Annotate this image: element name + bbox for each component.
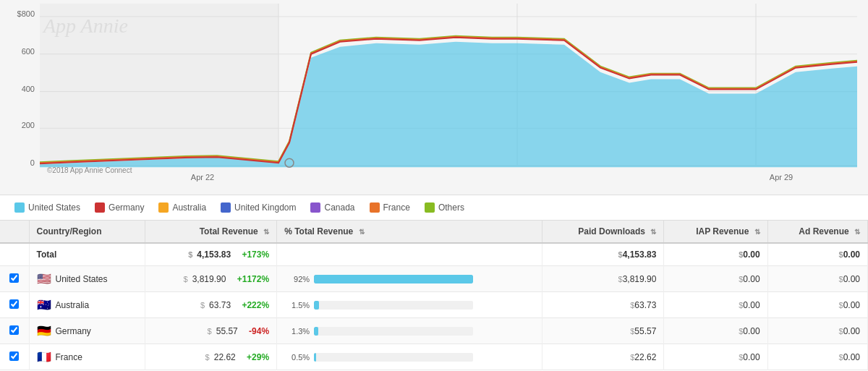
row-ad-revenue: $0.00 <box>767 318 867 344</box>
pct-label: 1.5% <box>284 301 310 310</box>
row-country: 🇫🇷France <box>29 344 145 370</box>
row-checkbox[interactable] <box>9 325 19 335</box>
sort-icon-revenue: ⇅ <box>263 228 269 236</box>
row-checkbox-cell <box>0 318 29 344</box>
legend-item-others[interactable]: Others <box>425 202 464 213</box>
svg-text:Apr 22: Apr 22 <box>191 173 214 182</box>
flag-icon: 🇫🇷 <box>37 350 51 364</box>
row-paid-downloads: $22.62 <box>542 344 664 370</box>
row-checkbox-cell <box>0 266 29 292</box>
legend-label-uk: United Kingdom <box>234 202 296 213</box>
revenue-amount: 4,153.83 <box>197 250 231 260</box>
sort-icon-ad: ⇅ <box>854 228 860 236</box>
row-country: 🇦🇺Australia <box>29 292 145 318</box>
table-row: 🇩🇪Germany$55.57 -94%1.3%$55.57$0.00$0.00 <box>0 318 868 344</box>
row-pct-revenue: 0.5% <box>277 344 542 370</box>
pct-bar-bg <box>314 327 473 336</box>
pct-label: 0.5% <box>284 353 310 362</box>
row-checkbox-cell <box>0 292 29 318</box>
legend-color-others <box>425 202 435 213</box>
legend-label-fr: France <box>383 202 410 213</box>
revenue-amount: 55.57 <box>216 326 238 336</box>
svg-text:400: 400 <box>22 85 35 93</box>
revenue-change: -94% <box>249 326 269 336</box>
row-ad-revenue: $0.00 <box>767 292 867 318</box>
row-country: Total <box>29 243 145 266</box>
svg-text:$800: $800 <box>17 9 35 18</box>
row-total-revenue: $4,153.83 +173% <box>145 243 277 266</box>
row-pct-revenue: 1.5% <box>277 292 542 318</box>
country-name: France <box>56 352 82 362</box>
sort-icon-paid: ⇅ <box>650 228 656 236</box>
legend-color-uk <box>221 202 231 213</box>
pct-label: 92% <box>284 275 310 283</box>
row-paid-downloads: $63.73 <box>542 292 664 318</box>
legend-label-au: Australia <box>172 202 206 213</box>
th-checkbox <box>0 221 29 243</box>
row-pct-revenue: 1.3% <box>277 318 542 344</box>
legend-item-de[interactable]: Germany <box>95 202 144 213</box>
flag-icon: 🇩🇪 <box>37 324 51 338</box>
pct-bar-bg <box>314 301 473 310</box>
th-pct-revenue[interactable]: % Total Revenue ⇅ <box>277 221 542 243</box>
pct-bar-fill <box>314 275 473 283</box>
th-paid-downloads[interactable]: Paid Downloads ⇅ <box>542 221 664 243</box>
th-iap-revenue[interactable]: IAP Revenue ⇅ <box>664 221 767 243</box>
row-iap-revenue: $0.00 <box>664 344 767 370</box>
row-checkbox[interactable] <box>9 273 19 283</box>
legend-label-de: Germany <box>109 202 144 213</box>
legend-color-fr <box>370 202 380 213</box>
legend-color-au <box>158 202 169 213</box>
row-total-revenue: $3,819.90 +1172% <box>145 266 277 292</box>
row-ad-revenue: $0.00 <box>767 266 867 292</box>
table-row: 🇺🇸United States$3,819.90 +1172%92%$3,819… <box>0 266 868 292</box>
legend-item-fr[interactable]: France <box>370 202 410 213</box>
country-name: Australia <box>56 300 90 310</box>
row-checkbox[interactable] <box>9 299 19 309</box>
svg-text:Apr 29: Apr 29 <box>770 173 793 182</box>
svg-rect-0 <box>40 4 278 166</box>
legend-color-us <box>14 202 25 213</box>
table-row: 🇦🇺Australia$63.73 +222%1.5%$63.73$0.00$0… <box>0 292 868 318</box>
pct-bar-bg <box>314 353 473 362</box>
revenue-amount: 63.73 <box>209 300 231 310</box>
svg-text:0: 0 <box>30 158 35 167</box>
row-ad-revenue: $0.00 <box>767 243 867 266</box>
row-country: 🇺🇸United States <box>29 266 145 292</box>
pct-bar-fill <box>314 353 315 362</box>
flag-icon: 🇺🇸 <box>37 272 51 286</box>
th-country: Country/Region <box>29 221 145 243</box>
revenue-change: +173% <box>242 250 269 260</box>
row-checkbox-cell <box>0 344 29 370</box>
legend-item-uk[interactable]: United Kingdom <box>221 202 296 213</box>
country-name: Germany <box>56 326 91 336</box>
svg-text:200: 200 <box>22 121 35 129</box>
legend-color-de <box>95 202 105 213</box>
sort-icon-iap: ⇅ <box>754 228 760 236</box>
row-country: 🇩🇪Germany <box>29 318 145 344</box>
legend-label-ca: Canada <box>324 202 354 213</box>
legend-color-ca <box>310 202 320 213</box>
row-total-revenue: $55.57 -94% <box>145 318 277 344</box>
th-total-revenue[interactable]: Total Revenue ⇅ <box>145 221 277 243</box>
row-total-revenue: $22.62 +29% <box>145 344 277 370</box>
svg-text:600: 600 <box>22 47 35 56</box>
pct-label: 1.3% <box>284 327 310 336</box>
chart-legend: United States Germany Australia United K… <box>0 195 868 221</box>
legend-item-ca[interactable]: Canada <box>310 202 354 213</box>
chart-area: App Annie 0 200 400 600 $800 Apr 22 Apr … <box>0 0 868 195</box>
row-iap-revenue: $0.00 <box>664 266 767 292</box>
row-checkbox[interactable] <box>9 351 19 361</box>
revenue-change: +29% <box>247 352 269 362</box>
legend-item-au[interactable]: Australia <box>158 202 206 213</box>
pct-bar-bg <box>314 275 473 283</box>
legend-item-us[interactable]: United States <box>14 202 80 213</box>
legend-label-others: Others <box>438 202 464 213</box>
row-paid-downloads: $55.57 <box>542 318 664 344</box>
th-ad-revenue[interactable]: Ad Revenue ⇅ <box>767 221 867 243</box>
flag-icon: 🇦🇺 <box>37 298 51 312</box>
row-pct-revenue: 92% <box>277 266 542 292</box>
country-name: United States <box>56 274 108 284</box>
revenue-amount: 22.62 <box>214 352 236 362</box>
row-paid-downloads: $4,153.83 <box>542 243 664 266</box>
